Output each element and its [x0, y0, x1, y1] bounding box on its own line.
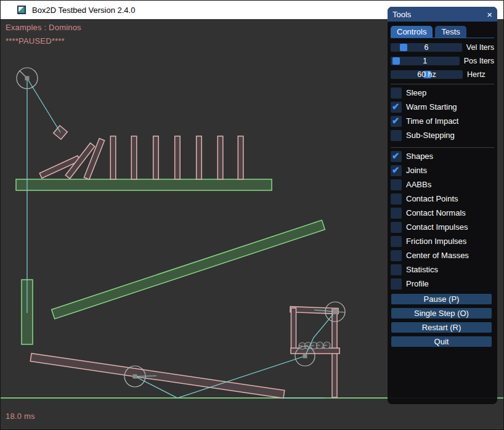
- checkbox-row: ✔Joints: [391, 163, 494, 177]
- shapes-label: Shapes: [406, 152, 433, 161]
- checkbox-row: ✔Warm Starting: [391, 100, 494, 114]
- pos-iters-slider[interactable]: 1: [391, 57, 460, 65]
- center-of-masses-checkbox[interactable]: [391, 250, 402, 261]
- tools-title: Tools: [392, 10, 487, 19]
- restart-button[interactable]: Restart (R): [391, 322, 492, 333]
- app-icon: [17, 6, 26, 14]
- hertz-value: 60 hz: [391, 70, 463, 79]
- pos-iters-label: Pos Iters: [464, 57, 494, 65]
- paused-label: ****PAUSED****: [6, 36, 65, 46]
- contact-impulses-label: Contact Impulses: [406, 222, 468, 232]
- joint-anchor: [333, 309, 338, 314]
- quit-button[interactable]: Quit: [391, 336, 492, 347]
- sub-stepping-checkbox[interactable]: [391, 130, 402, 141]
- sub-stepping-label: Sub-Stepping: [406, 131, 455, 140]
- friction-impulses-checkbox[interactable]: [391, 236, 402, 247]
- time-of-impact-label: Time of Impact: [406, 116, 458, 126]
- contact-normals-checkbox[interactable]: [391, 208, 402, 219]
- checkmark-icon: ✔: [392, 101, 400, 112]
- checkmark-icon: ✔: [392, 115, 400, 126]
- upright-domino: [131, 136, 137, 179]
- checkbox-row: ✔Shapes: [391, 149, 494, 163]
- statistics-label: Statistics: [406, 265, 438, 274]
- checkbox-row: Contact Normals: [391, 206, 494, 220]
- leaning-domino: [84, 139, 104, 180]
- frame-left-post: [291, 308, 296, 352]
- seesaw-plank: [30, 354, 285, 399]
- sleep-label: Sleep: [406, 88, 426, 97]
- pause-button[interactable]: Pause (P): [391, 294, 492, 304]
- upright-domino: [238, 136, 243, 179]
- upright-domino: [217, 136, 223, 179]
- joints-checkbox[interactable]: ✔: [391, 165, 402, 176]
- checkbox-row: Sleep: [391, 86, 494, 100]
- long-ramp: [52, 220, 325, 318]
- checkbox-row: Profile: [391, 277, 494, 291]
- aabbs-checkbox[interactable]: [391, 179, 402, 190]
- friction-impulses-label: Friction Impulses: [406, 237, 466, 246]
- contact-points-label: Contact Points: [406, 194, 458, 203]
- joint-anchor: [25, 76, 30, 81]
- checkbox-row: AABBs: [391, 177, 494, 192]
- button-group: Pause (P) Single Step (O) Restart (R) Qu…: [391, 294, 494, 347]
- draw-checkbox-group: ✔Shapes✔JointsAABBsContact PointsContact…: [391, 149, 494, 291]
- checkbox-row: Contact Impulses: [391, 220, 494, 234]
- warm-starting-label: Warm Starting: [406, 102, 457, 112]
- hertz-label: Hertz: [467, 70, 486, 79]
- tools-titlebar[interactable]: Tools ×: [388, 7, 497, 22]
- tab-tests[interactable]: Tests: [435, 26, 466, 38]
- separator: [391, 147, 494, 148]
- checkmark-icon: ✔: [392, 164, 400, 176]
- center-of-masses-label: Center of Masses: [406, 251, 469, 260]
- vel-iters-label: Vel Iters: [466, 43, 494, 52]
- sim-checkbox-group: Sleep✔Warm Starting✔Time of ImpactSub-St…: [391, 86, 494, 142]
- checkbox-row: Friction Impulses: [391, 234, 494, 248]
- joint-line: [27, 78, 60, 132]
- warm-starting-checkbox[interactable]: ✔: [391, 102, 402, 113]
- slider-group: 6 Vel Iters 1 Pos Iters 60 hz: [391, 43, 494, 79]
- pos-iters-value: 1: [391, 57, 460, 65]
- frame-time-label: 18.0 ms: [6, 412, 35, 421]
- profile-label: Profile: [406, 279, 429, 288]
- checkbox-row: Statistics: [391, 262, 494, 277]
- upright-domino: [153, 136, 159, 179]
- joints-label: Joints: [406, 166, 427, 175]
- upright-domino: [175, 136, 181, 179]
- checkbox-row: ✔Time of Impact: [391, 114, 494, 128]
- vel-iters-value: 6: [391, 43, 462, 52]
- hertz-slider[interactable]: 60 hz: [391, 70, 463, 79]
- separator: [391, 84, 494, 84]
- single-step-button[interactable]: Single Step (O): [391, 308, 492, 318]
- checkmark-icon: ✔: [392, 150, 400, 161]
- domino-platform: [16, 179, 272, 190]
- app-window: Box2D Testbed Version 2.4.0 × Examples :…: [0, 0, 504, 430]
- aabbs-label: AABBs: [406, 180, 431, 189]
- tools-window: Tools × Controls Tests 6 Vel Iters: [388, 7, 497, 404]
- vel-iters-slider[interactable]: 6: [391, 43, 462, 52]
- tab-bar: Controls Tests: [391, 25, 494, 38]
- upright-domino: [110, 136, 116, 179]
- checkbox-row: Contact Points: [391, 192, 494, 206]
- example-label: Examples : Dominos: [6, 23, 81, 32]
- profile-checkbox[interactable]: [391, 278, 402, 290]
- checkbox-row: Sub-Stepping: [391, 128, 494, 142]
- statistics-checkbox[interactable]: [391, 264, 402, 275]
- checkbox-row: Center of Masses: [391, 248, 494, 262]
- shapes-checkbox[interactable]: ✔: [391, 151, 402, 162]
- contact-impulses-checkbox[interactable]: [391, 222, 402, 233]
- contact-normals-label: Contact Normals: [406, 208, 466, 217]
- sleep-checkbox[interactable]: [391, 87, 402, 99]
- contact-points-checkbox[interactable]: [391, 193, 402, 205]
- tab-controls[interactable]: Controls: [391, 26, 433, 38]
- joint-anchor: [303, 354, 307, 359]
- upright-domino: [197, 136, 202, 179]
- window-title: Box2D Testbed Version 2.4.0: [32, 6, 135, 15]
- joint-anchor: [133, 375, 137, 379]
- time-of-impact-checkbox[interactable]: ✔: [391, 116, 402, 127]
- tools-close-icon[interactable]: ×: [487, 10, 492, 19]
